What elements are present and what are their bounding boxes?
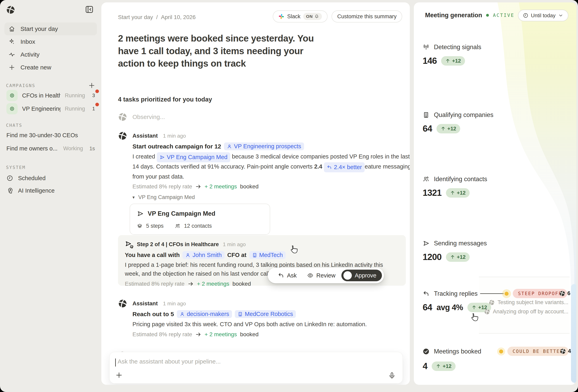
stage-value: 1321 — [423, 188, 441, 198]
campaign-chip[interactable]: VP Eng Campaign Med — [157, 152, 230, 162]
sidebar-nav: Start your day Inbox Activity Create new — [4, 22, 97, 74]
home-icon — [8, 25, 15, 32]
badge-count: 4 — [568, 348, 571, 354]
send-icon — [137, 210, 144, 217]
slack-toggle-button[interactable]: Slack ON — [273, 10, 328, 22]
delta-badge: +12 — [446, 188, 470, 198]
stage-sending-messages: Sending messages — [423, 240, 487, 247]
collapse-label: VP Eng Campaign Med — [138, 194, 195, 200]
person-chip[interactable]: John Smith — [183, 251, 224, 259]
campaign-item[interactable]: VP Engineering Running 1 — [4, 103, 97, 115]
campaign-card[interactable]: VP Eng Campaign Med 5 steps 12 contacts — [130, 204, 270, 235]
date-range-dropdown[interactable]: Until today — [518, 10, 568, 21]
chat-item[interactable]: Find me 30-under-30 CEOs — [6, 132, 95, 139]
clock-icon — [6, 175, 13, 181]
attach-plus-button[interactable] — [115, 371, 123, 379]
metric-value: 2.4 — [314, 163, 322, 170]
message-title: Reach out to 5 — [133, 311, 174, 318]
better-metric-chip[interactable]: 2.4× better — [324, 162, 365, 172]
delta-badge: +12 — [446, 252, 470, 262]
arrow-up-icon — [450, 190, 455, 195]
ask-button[interactable]: Ask — [273, 272, 301, 279]
person-chip[interactable]: decision-makers — [177, 310, 232, 318]
steps-count: 5 steps — [146, 223, 164, 229]
stage-value: 64 — [423, 302, 432, 312]
stage-metric: 1200 +12 — [423, 252, 470, 262]
stage-label-text: Identifying contacts — [434, 175, 487, 183]
ask-label: Ask — [287, 272, 297, 279]
prospects-chip[interactable]: VP Engineering prospects — [224, 142, 304, 150]
agent-activity-row: Testing subject line variants... — [489, 299, 568, 305]
breadcrumb-section[interactable]: Start your day — [118, 14, 153, 20]
sidebar: Start your day Inbox Activity Create new… — [0, 0, 101, 392]
review-button[interactable]: Review — [303, 272, 340, 279]
estimate-row: Estimated 8% reply rate + 2 meetings boo… — [133, 183, 403, 190]
meeting-generation-panel: Meeting generation ACTIVE Until today De… — [414, 2, 577, 385]
chat-item[interactable]: Find me owners o... Working 1s — [6, 145, 95, 152]
message-body: Pricing page visited 3x this week. CTO a… — [133, 320, 410, 329]
layers-icon — [137, 223, 143, 229]
campaigns-section-header: CAMPAIGNS — [6, 82, 95, 89]
arrow-up-icon — [445, 58, 450, 63]
contacts-count: 12 contacts — [184, 223, 212, 229]
stage-metric: 64 +12 — [423, 124, 460, 134]
sidebar-item-ai-intelligence[interactable]: AI Intelligence — [6, 185, 95, 196]
estimate-meetings: + 2 meetings — [204, 331, 237, 338]
reply-arrow-icon — [327, 165, 332, 170]
step-header: Step 2 of 4 | CFOs in Healthcare — [137, 241, 219, 248]
mic-button[interactable] — [388, 372, 396, 379]
section-title: CHATS — [6, 123, 22, 128]
composer-input[interactable] — [118, 358, 318, 365]
building-icon — [423, 112, 430, 118]
delta-badge: +12 — [441, 56, 465, 66]
check-circle-icon — [343, 271, 352, 280]
steep-dropoff-badge[interactable]: STEEP DROPOFF — [513, 289, 567, 298]
message-title: Start outreach campaign for 12 — [133, 143, 221, 150]
approve-label: Approve — [355, 272, 376, 279]
connector-line — [480, 293, 504, 294]
estimate-meetings: + 2 meetings — [197, 281, 229, 287]
stage-label-text: Tracking replies — [434, 290, 478, 297]
antenna-icon — [423, 44, 430, 50]
approve-button[interactable]: Approve — [341, 270, 382, 281]
campaign-collapse-toggle[interactable]: ▾ VP Eng Campaign Med — [133, 194, 403, 200]
company-chip[interactable]: MedCore Robotics — [235, 310, 296, 318]
collapse-sidebar-button[interactable] — [85, 5, 94, 14]
stage-metric: 64 avg 4% +12 — [423, 302, 491, 312]
message-sender: Assistant — [133, 132, 158, 139]
system-section-header: SYSTEM — [6, 165, 95, 170]
breadcrumb-separator: / — [156, 14, 158, 20]
observing-status: Observing... — [118, 112, 165, 122]
assistant-avatar — [118, 131, 127, 140]
system-label: Scheduled — [18, 175, 46, 181]
section-title: CAMPAIGNS — [6, 83, 35, 88]
campaign-item[interactable]: CFOs in Health... Running 3 — [4, 89, 97, 101]
estimate-suffix: booked — [240, 331, 258, 338]
add-campaign-button[interactable] — [88, 82, 95, 89]
ai-head-icon — [6, 187, 13, 194]
assistant-logo-icon — [484, 309, 490, 315]
stage-meetings-booked: Meetings booked — [423, 348, 481, 355]
assistant-composer[interactable] — [109, 352, 403, 384]
range-label: Until today — [531, 12, 556, 19]
could-be-better-badge[interactable]: COULD BE BETTER — [507, 347, 569, 356]
stage-value: 4 — [423, 361, 427, 371]
slack-label: Slack — [287, 13, 300, 20]
company-chip[interactable]: MedTech — [249, 251, 286, 259]
sidebar-item-create-new[interactable]: Create new — [4, 61, 97, 74]
customize-summary-button[interactable]: Customize this summary — [332, 10, 402, 22]
chevron-down-icon — [558, 13, 564, 18]
app-window: Start your day Inbox Activity Create new… — [0, 0, 578, 392]
badge-counter: 4 — [560, 348, 571, 354]
campaign-status: Running — [65, 106, 85, 112]
bell-icon — [314, 14, 319, 19]
sidebar-item-scheduled[interactable]: Scheduled — [6, 173, 95, 183]
sidebar-item-start-your-day[interactable]: Start your day — [4, 22, 97, 35]
sidebar-item-activity[interactable]: Activity — [4, 48, 97, 61]
campaign-count: 1 — [92, 106, 95, 112]
sidebar-item-inbox[interactable]: Inbox — [4, 35, 97, 48]
funnel-tail — [571, 284, 577, 382]
message-time: 1 min ago — [163, 133, 186, 139]
nav-label: Inbox — [20, 38, 35, 45]
estimate-row: Estimated 8% reply rate + 2 meetings boo… — [133, 331, 403, 338]
